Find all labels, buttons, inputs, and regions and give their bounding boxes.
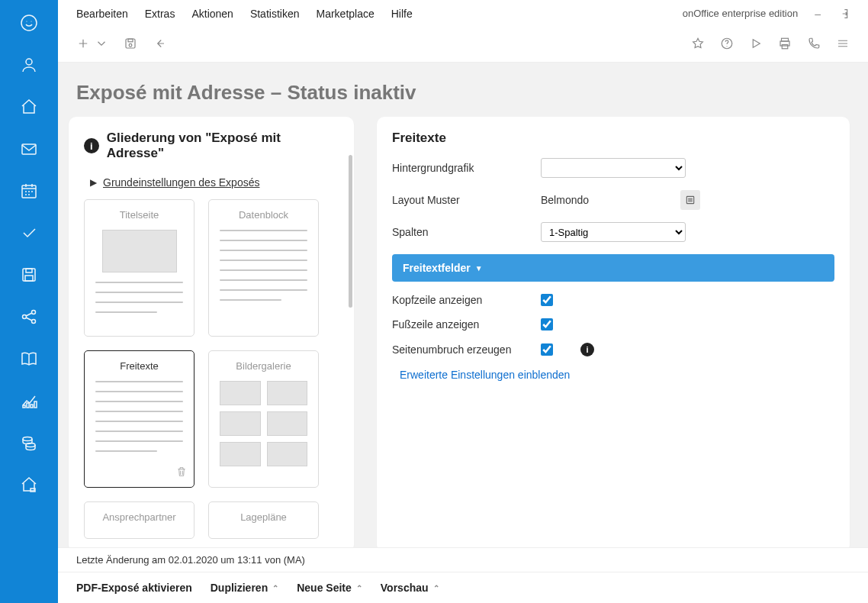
help-icon[interactable] — [720, 37, 734, 53]
svg-point-2 — [31, 21, 31, 21]
logout-icon[interactable] — [837, 8, 850, 20]
add-caret-icon[interactable] — [95, 37, 108, 53]
menu-marketplace[interactable]: Marketplace — [316, 8, 374, 20]
toolbar — [58, 27, 868, 63]
dash-label: – — [815, 8, 821, 20]
phone-icon[interactable] — [807, 37, 821, 53]
svg-point-13 — [26, 443, 35, 447]
action-bar: PDF-Exposé aktivieren Duplizieren⌃ Neue … — [58, 572, 868, 603]
tile-title: Lagepläne — [240, 511, 287, 523]
caret-right-icon[interactable]: ▶ — [90, 177, 97, 188]
scrollbar[interactable] — [349, 155, 352, 308]
tile-ansprechpartner[interactable]: Ansprechpartner — [84, 501, 194, 539]
hamburger-icon[interactable] — [836, 37, 850, 53]
home-icon[interactable] — [20, 98, 38, 116]
svg-point-3 — [26, 59, 32, 65]
checkbox-fusszeile[interactable] — [541, 318, 553, 331]
svg-rect-8 — [25, 276, 33, 281]
svg-point-10 — [32, 311, 36, 314]
tile-datenblock[interactable]: Datenblock — [208, 199, 319, 337]
svg-point-17 — [129, 44, 132, 47]
menu-bearbeiten[interactable]: Bearbeiten — [76, 8, 128, 20]
label-hintergrundgrafik: Hintergrundgrafik — [392, 162, 541, 174]
add-button[interactable] — [76, 37, 90, 53]
svg-point-9 — [23, 315, 27, 319]
back-button[interactable] — [153, 37, 166, 53]
info-icon[interactable]: i — [84, 138, 99, 153]
menu-extras[interactable]: Extras — [145, 8, 175, 20]
star-icon[interactable] — [691, 37, 705, 53]
svg-rect-4 — [22, 144, 36, 154]
menu-hilfe[interactable]: Hilfe — [391, 8, 413, 20]
freitexte-panel: Freitexte Hintergrundgrafik Layout Muste… — [377, 117, 850, 547]
label-kopfzeile: Kopfzeile anzeigen — [392, 294, 541, 306]
trash-icon[interactable] — [175, 466, 188, 481]
coins-icon[interactable] — [20, 434, 38, 452]
check-icon[interactable] — [20, 224, 38, 242]
edition-label: onOffice enterprise edition — [683, 8, 799, 19]
svg-point-12 — [23, 437, 32, 441]
tile-lageplane[interactable]: Lagepläne — [208, 501, 319, 539]
sidebar — [0, 0, 58, 603]
checkbox-seitenumbruch[interactable] — [541, 343, 553, 356]
advanced-settings-link[interactable]: Erweiterte Einstellungen einblenden — [392, 369, 834, 381]
svg-rect-7 — [26, 269, 32, 272]
save-icon[interactable] — [20, 266, 38, 284]
last-change-bar: Letzte Änderung am 02.01.2020 um 13:11 v… — [58, 547, 868, 572]
house-settings-icon[interactable] — [20, 476, 38, 494]
stats-icon[interactable] — [20, 392, 38, 410]
info-seitenumbruch-icon[interactable]: i — [580, 343, 594, 356]
outline-panel: i Gliederung von "Exposé mit Adresse" ▶ … — [69, 117, 354, 547]
menu-aktionen[interactable]: Aktionen — [191, 8, 233, 20]
freitextfelder-section[interactable]: Freitextfelder▼ — [392, 254, 834, 282]
tile-freitexte[interactable]: Freitexte — [84, 350, 194, 488]
select-spalten[interactable]: 1-Spaltig — [541, 222, 686, 242]
action-duplizieren[interactable]: Duplizieren⌃ — [211, 582, 278, 594]
svg-point-19 — [726, 46, 727, 47]
page-title: Exposé mit Adresse – Status inaktiv — [58, 63, 868, 117]
save-toolbar-button[interactable] — [124, 37, 137, 53]
action-aktivieren[interactable]: PDF-Exposé aktivieren — [76, 582, 192, 594]
tile-title: Ansprechpartner — [102, 511, 175, 523]
play-icon[interactable] — [749, 37, 763, 53]
print-icon[interactable] — [778, 37, 792, 53]
top-menu: Bearbeiten Extras Aktionen Statistiken M… — [58, 0, 868, 27]
label-fusszeile: Fußzeile anzeigen — [392, 318, 541, 331]
svg-point-1 — [26, 21, 27, 21]
label-spalten: Spalten — [392, 226, 541, 238]
tile-title: Bildergalerie — [236, 360, 291, 372]
checkbox-kopfzeile[interactable] — [541, 294, 553, 306]
book-icon[interactable] — [20, 350, 38, 368]
svg-point-0 — [21, 15, 37, 31]
value-layout-muster: Belmondo — [541, 194, 589, 206]
person-icon[interactable] — [20, 56, 38, 74]
label-seitenumbruch: Seitenumbruch erzeugen — [392, 343, 541, 356]
freitexte-panel-title: Freitexte — [392, 131, 446, 146]
layout-select-button[interactable] — [680, 190, 700, 210]
mail-icon[interactable] — [20, 140, 38, 158]
svg-rect-16 — [128, 39, 133, 42]
tile-titelseite[interactable]: Titelseite — [84, 199, 194, 337]
basis-settings-link[interactable]: Grundeinstellungen des Exposés — [103, 176, 259, 189]
calendar-icon[interactable] — [20, 182, 38, 200]
outline-panel-title: Gliederung von "Exposé mit Adresse" — [107, 131, 339, 161]
tile-title: Titelseite — [120, 209, 159, 221]
tile-title: Datenblock — [239, 209, 288, 221]
smiley-icon[interactable] — [20, 14, 38, 32]
content-area: Exposé mit Adresse – Status inaktiv i Gl… — [58, 63, 868, 547]
action-vorschau[interactable]: Vorschau⌃ — [381, 582, 439, 594]
svg-point-11 — [32, 320, 36, 324]
menu-statistiken[interactable]: Statistiken — [250, 8, 300, 20]
share-icon[interactable] — [20, 308, 38, 326]
tile-title: Freitexte — [120, 360, 159, 372]
action-neue-seite[interactable]: Neue Seite⌃ — [297, 582, 362, 594]
select-hintergrundgrafik[interactable] — [541, 158, 686, 178]
svg-rect-22 — [782, 44, 788, 48]
tile-bildergalerie[interactable]: Bildergalerie — [208, 350, 319, 488]
label-layout-muster: Layout Muster — [392, 194, 541, 206]
